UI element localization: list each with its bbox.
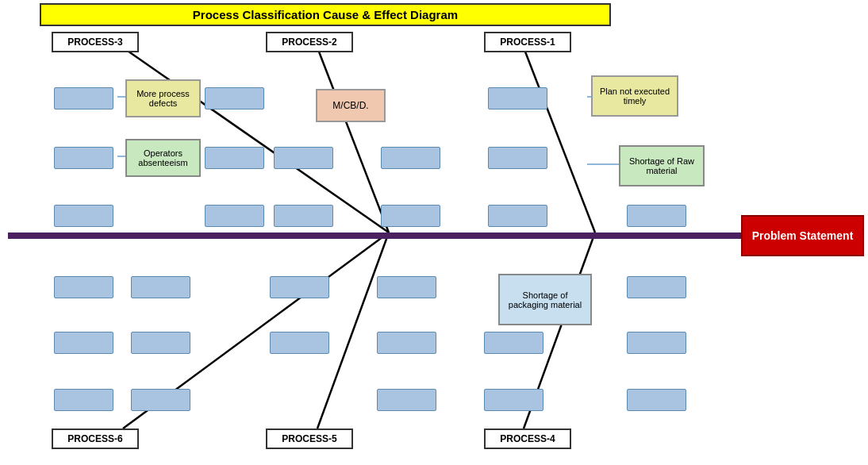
process-label-1: PROCESS-1 (484, 32, 571, 52)
blue-box-p4-b2 (484, 389, 543, 411)
blue-box-p3-r2 (205, 147, 264, 169)
blue-box-p4-r3 (627, 389, 686, 411)
process-label-3: PROCESS-3 (52, 32, 139, 52)
blue-box-p1-t1 (488, 87, 547, 110)
blue-box-p4-b1 (484, 332, 543, 354)
blue-box-p6-r2 (131, 332, 190, 354)
problem-statement-box: Problem Statement (741, 215, 864, 256)
process-label-4: PROCESS-4 (484, 428, 571, 449)
blue-box-p6-b3 (54, 389, 113, 411)
main-spine (8, 232, 785, 239)
blue-box-p5-b1 (270, 276, 329, 298)
blue-box-p5-b2 (270, 332, 329, 354)
process-label-5: PROCESS-5 (266, 428, 353, 449)
blue-box-p1-r1 (627, 205, 686, 227)
blue-box-p3-t1 (54, 87, 113, 110)
blue-box-p6-r3 (131, 389, 190, 411)
blue-box-p6-b1 (54, 276, 113, 298)
diagram: Process Classification Cause & Effect Di… (0, 0, 868, 465)
blue-box-p3-t2 (54, 147, 113, 169)
blue-box-p3-r1 (205, 87, 264, 110)
blue-box-p3-t3 (54, 205, 113, 227)
more-process-defects-box: More process defects (125, 79, 201, 117)
blue-box-p2-t2 (274, 205, 333, 227)
blue-box-p2-r1 (381, 147, 440, 169)
blue-box-p1-t3 (488, 205, 547, 227)
blue-box-p6-b2 (54, 332, 113, 354)
process-label-6: PROCESS-6 (52, 428, 139, 449)
diagram-title: Process Classification Cause & Effect Di… (40, 3, 611, 26)
blue-box-p6-r1 (131, 276, 190, 298)
blue-box-p5-r2 (377, 332, 436, 354)
blue-box-p5-r3 (377, 389, 436, 411)
process-label-2: PROCESS-2 (266, 32, 353, 52)
blue-box-p4-r1 (627, 276, 686, 298)
blue-box-p2-r2 (381, 205, 440, 227)
shortage-packaging-box: Shortage of packaging material (498, 274, 592, 325)
mcbd-box: M/CB/D. (316, 89, 386, 122)
shortage-raw-box: Shortage of Raw material (619, 145, 705, 186)
blue-box-p2-t1 (274, 147, 333, 169)
operators-absenteeism-box: Operators absenteeism (125, 139, 201, 177)
blue-box-p3-r3 (205, 205, 264, 227)
plan-not-executed-box: Plan not executed timely (591, 75, 678, 117)
blue-box-p5-r1 (377, 276, 436, 298)
blue-box-p1-t2 (488, 147, 547, 169)
blue-box-p4-r2 (627, 332, 686, 354)
